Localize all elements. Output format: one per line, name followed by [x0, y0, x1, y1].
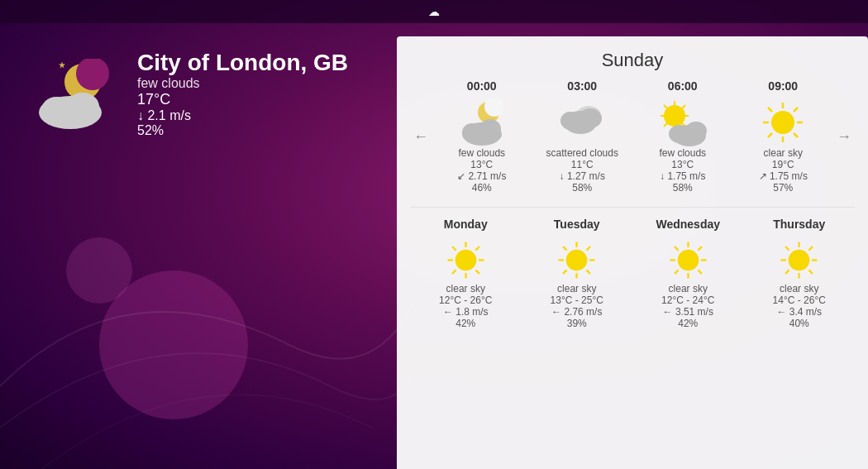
day-temp-3: 14°C - 26°C — [773, 294, 826, 306]
svg-line-71 — [785, 270, 789, 274]
day-col-2: Wednesday clear sky 12°C - 24°C ← 3.51 m… — [646, 218, 729, 329]
hour-wind-0: ↙ 2.71 m/s — [457, 170, 506, 182]
hour-label-2: 06:00 — [668, 79, 698, 93]
svg-point-14 — [579, 108, 602, 128]
hour-desc-3: clear sky — [764, 147, 803, 159]
svg-point-7 — [484, 98, 504, 117]
day-wind-2: ← 3.51 m/s — [663, 306, 713, 318]
weather-description: few clouds — [137, 76, 348, 91]
day-icon-3 — [776, 237, 822, 283]
day-label-1: Tuesday — [554, 218, 600, 231]
panel-title: Sunday — [410, 50, 855, 71]
hour-humidity-2: 58% — [673, 182, 693, 194]
day-desc-2: clear sky — [669, 283, 708, 294]
day-col-0: Monday clear sky 12°C - 26°C ← 1.8 m/s 4… — [424, 218, 507, 329]
svg-line-69 — [809, 270, 813, 274]
day-icon-2 — [665, 237, 711, 283]
hour-temp-1: 11°C — [571, 159, 594, 170]
hour-label-1: 03:00 — [567, 79, 597, 93]
svg-line-32 — [768, 108, 772, 112]
prev-arrow[interactable]: ← — [410, 128, 432, 146]
svg-point-26 — [685, 122, 707, 140]
day-label-3: Thursday — [773, 218, 825, 231]
day-icon-0 — [443, 237, 489, 283]
topbar-cloud-icon: ☁ — [428, 5, 440, 18]
hour-temp-3: 19°C — [772, 159, 794, 170]
svg-marker-2 — [59, 62, 65, 69]
day-humidity-2: 42% — [678, 318, 698, 329]
svg-line-52 — [587, 246, 591, 251]
svg-point-27 — [771, 111, 794, 134]
svg-line-70 — [809, 246, 813, 251]
hour-icon-3 — [758, 98, 808, 147]
hour-col-2: 06:00 few clouds — [641, 79, 724, 194]
hour-label-3: 09:00 — [768, 79, 798, 93]
svg-line-53 — [563, 270, 567, 274]
day-temp-1: 13°C - 25°C — [551, 294, 603, 306]
svg-line-33 — [794, 133, 798, 137]
day-col-3: Thursday clear sky 14°C - 26°C ← 3.4 m/s… — [758, 218, 841, 329]
svg-line-35 — [768, 133, 772, 137]
hourly-section: ← 00:00 few clouds 13°C ↙ 2.71 m/s 46% — [410, 79, 855, 194]
day-desc-3: clear sky — [780, 283, 818, 294]
hour-col-3: 09:00 clear sky 19°C ↗ 1.75 m/s 57% — [742, 79, 824, 194]
hour-col-1: 03:00 scattered clouds 11°C ↓ 1.27 m/s 5… — [541, 79, 623, 194]
day-humidity-3: 40% — [789, 318, 809, 329]
hour-icon-1 — [557, 98, 607, 147]
hourly-columns: 00:00 few clouds 13°C ↙ 2.71 m/s 46% 03:… — [432, 79, 833, 194]
svg-line-22 — [682, 105, 685, 108]
moon-cloud-icon — [33, 59, 124, 129]
section-divider — [410, 207, 855, 208]
svg-line-42 — [475, 270, 479, 274]
day-temp-0: 12°C - 26°C — [439, 294, 492, 306]
main-wind: ↓ 2.1 m/s — [137, 108, 348, 123]
svg-line-60 — [698, 270, 702, 274]
city-name: City of London, GB — [137, 50, 348, 76]
top-bar: ☁ — [0, 0, 868, 23]
hour-humidity-3: 57% — [773, 182, 793, 194]
svg-point-9 — [462, 123, 482, 141]
svg-line-44 — [452, 270, 456, 274]
hour-icon-2 — [658, 98, 708, 147]
svg-line-34 — [794, 108, 798, 112]
svg-point-5 — [66, 93, 99, 121]
left-city-info: City of London, GB few clouds 17°C ↓ 2.1… — [137, 50, 348, 138]
svg-line-43 — [475, 246, 479, 251]
hour-col-0: 00:00 few clouds 13°C ↙ 2.71 m/s 46% — [441, 79, 523, 194]
svg-line-68 — [785, 246, 789, 251]
hour-icon-0 — [457, 98, 507, 147]
svg-line-50 — [563, 246, 567, 251]
day-label-2: Wednesday — [656, 218, 720, 231]
svg-line-20 — [664, 105, 667, 108]
svg-line-41 — [452, 246, 456, 251]
svg-point-54 — [677, 250, 699, 271]
day-desc-0: clear sky — [446, 283, 485, 294]
right-panel: Sunday ← 00:00 few clouds 13°C ↙ 2.71 m/… — [397, 36, 868, 469]
svg-line-62 — [675, 270, 679, 274]
hour-desc-2: few clouds — [659, 147, 706, 159]
hour-desc-0: few clouds — [458, 147, 505, 159]
hour-wind-2: ↓ 1.75 m/s — [660, 170, 705, 182]
daily-section: Monday clear sky 12°C - 26°C ← 1.8 m/s 4… — [410, 218, 855, 329]
day-humidity-0: 42% — [455, 318, 475, 329]
day-wind-1: ← 2.76 m/s — [551, 306, 602, 318]
main-humidity: 52% — [137, 123, 348, 138]
hour-humidity-0: 46% — [472, 182, 492, 194]
hour-humidity-1: 58% — [572, 182, 592, 194]
main-weather-icon-area: City of London, GB few clouds 17°C ↓ 2.1… — [33, 50, 348, 138]
svg-line-23 — [664, 123, 667, 127]
left-panel: City of London, GB few clouds 17°C ↓ 2.1… — [33, 50, 348, 145]
hour-temp-2: 13°C — [671, 159, 694, 170]
day-wind-3: ← 3.4 m/s — [776, 306, 822, 318]
svg-line-51 — [587, 270, 591, 274]
day-icon-1 — [554, 237, 599, 283]
next-arrow[interactable]: → — [833, 128, 855, 146]
svg-line-59 — [675, 246, 679, 251]
svg-point-13 — [560, 112, 580, 130]
day-humidity-1: 39% — [567, 318, 587, 329]
svg-point-36 — [455, 250, 476, 271]
svg-point-63 — [789, 250, 810, 271]
hour-desc-1: scattered clouds — [546, 147, 618, 159]
day-label-0: Monday — [444, 218, 488, 231]
hour-label-0: 00:00 — [467, 79, 497, 93]
